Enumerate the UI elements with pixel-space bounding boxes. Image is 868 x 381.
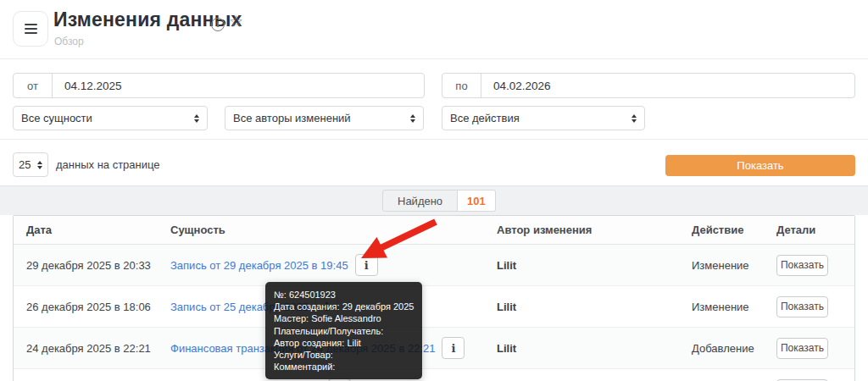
tooltip-line: Мастер: Sofie Alessandro [274,312,414,324]
row-action: Изменение [692,301,776,313]
per-page-value: 25 [19,158,31,171]
authors-select[interactable]: Все авторы изменений [225,106,424,130]
tab-found[interactable]: Найдено [382,190,458,212]
breadcrumb: Обзор [54,36,84,47]
entities-select[interactable]: Все сущности [13,106,208,130]
tooltip-line: Услуги/Товар: [274,349,414,361]
found-count-badge[interactable]: 101 [458,190,496,212]
info-button[interactable]: i [442,337,465,359]
date-to-group: по 04.02.2026 [442,73,855,98]
info-icon[interactable]: i [211,18,225,31]
details-button[interactable]: Показать [776,296,828,318]
per-page-label: данных на странице [56,158,160,171]
record-info-tooltip: №: 624501923 Дата создания: 29 декабря 2… [265,282,422,379]
favorite-star-icon[interactable]: ☆ [229,12,243,31]
table-row: 29 декабря 2025 в 20:33 Запись от 29 дек… [14,245,854,286]
details-button[interactable]: Показать [776,255,828,276]
divider [0,139,868,140]
tooltip-line: Комментарий: [274,361,414,373]
col-header-details: Детали [776,224,854,236]
col-header-author: Автор изменения [497,224,692,236]
tooltip-line: Автор создания: Lilit [274,337,414,349]
page: Изменения данных i ☆ Обзор от 04.12.2025… [0,0,868,381]
table-row: 26 декабря 2025 в 18:06 Запись от 25 дек… [14,286,854,328]
date-to-input[interactable]: 04.02.2026 [481,74,551,97]
table-header-row: Дата Сущность Автор изменения Действие Д… [14,216,854,245]
table-row: i Показать [14,369,854,381]
row-date: 29 декабря 2025 в 20:33 [14,259,170,272]
row-author: Lilit [497,259,692,272]
changes-table: Дата Сущность Автор изменения Действие Д… [13,215,855,381]
tooltip-line: Дата создания: 29 декабря 2025 [274,301,414,312]
header-bar: Изменения данных i ☆ Обзор [0,0,868,59]
col-header-entity: Сущность [170,224,497,236]
row-action: Добавление [692,342,776,355]
info-button[interactable]: i [355,254,378,276]
date-from-input[interactable]: 04.12.2025 [53,74,122,97]
menu-button[interactable] [13,11,48,47]
table-row: 24 декабря 2025 в 22:21 Финансовая транз… [14,328,854,369]
tooltip-line: №: 624501923 [274,289,414,301]
col-header-action: Действие [692,224,776,236]
row-author: Lilit [497,342,692,355]
entity-link[interactable]: Запись от 29 декабря 2025 в 19:45 [170,259,348,272]
date-from-group: от 04.12.2025 [13,73,425,98]
updown-arrows-icon [194,114,199,123]
show-button[interactable]: Показать [665,155,855,176]
per-page-select[interactable]: 25 [13,152,48,177]
date-to-label: по [442,74,481,97]
tooltip-line: Плательщик/Получатель: [274,325,414,337]
row-date: 26 декабря 2025 в 18:06 [14,301,170,313]
col-header-date: Дата [14,224,170,236]
row-date: 24 декабря 2025 в 22:21 [14,342,170,355]
actions-select-value: Все действия [450,112,520,124]
results-tabs: Найдено 101 [382,190,496,212]
actions-select[interactable]: Все действия [442,106,645,130]
updown-arrows-icon [632,114,637,123]
details-button[interactable]: Показать [776,338,828,359]
row-action: Изменение [692,259,776,272]
authors-select-value: Все авторы изменений [233,112,351,124]
date-from-label: от [14,74,53,97]
entities-select-value: Все сущности [21,112,92,124]
updown-arrows-icon [410,114,415,123]
updown-arrows-icon [37,161,42,169]
row-author: Lilit [497,301,692,313]
